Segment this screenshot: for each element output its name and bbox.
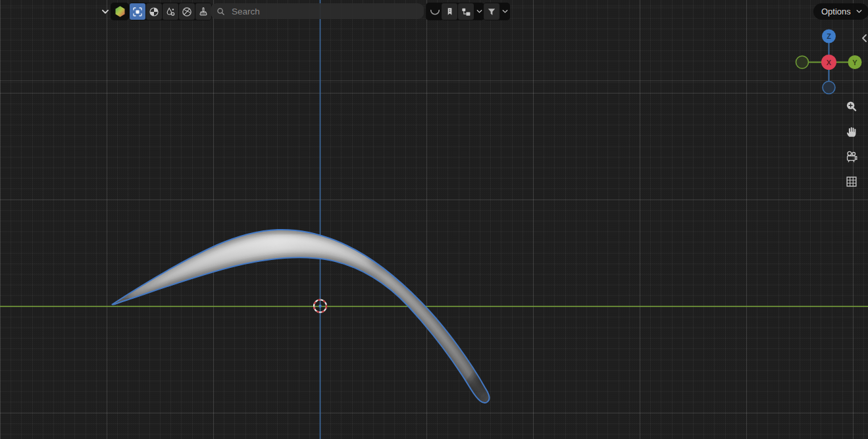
brush-tool-icon [197,6,209,18]
select-box-tool[interactable] [130,3,145,20]
header-collapse-button[interactable] [99,5,112,18]
crescent-mesh-object[interactable] [113,230,498,409]
gizmo-y-negative-ball[interactable] [796,56,809,68]
viewport-canvas[interactable] [0,0,868,439]
zoom-button[interactable] [843,98,860,115]
curve-falloff-icon [428,5,442,18]
filter-button[interactable] [484,3,499,20]
select-box-tool-icon [132,6,143,18]
hierarchy-dropdown[interactable] [474,3,484,20]
camera-view-button[interactable] [843,148,860,165]
mode-selector-button[interactable] [111,3,128,20]
droplets-tool-icon [165,6,176,18]
chevron-down-icon [476,8,483,15]
gizmo-y-label: Y [852,59,857,66]
gizmo-z-label: Z [827,32,831,40]
orthographic-toggle-button[interactable] [843,173,860,190]
chevron-down-icon [101,7,110,16]
globe-tool-icon [181,6,193,18]
options-label: Options [821,7,851,16]
camera-view-icon [844,149,859,164]
contrast-circle-tool-icon [148,6,160,18]
filter-group [483,3,510,20]
search-icon [216,7,226,16]
contrast-circle-tool[interactable] [146,3,162,20]
globe-tool[interactable] [179,3,195,20]
pan-hand-icon [844,124,859,139]
axis-gizmo[interactable]: Z Y X [790,26,868,99]
gizmo-x-label: X [827,59,832,66]
droplets-tool[interactable] [163,3,178,20]
gizmo-z-negative-ball[interactable] [823,82,835,94]
annotation-group [441,3,484,20]
search-input[interactable] [230,6,419,17]
3d-viewport[interactable]: Options Z Y X [0,0,868,439]
bookmark-button[interactable] [442,3,457,20]
chevron-down-icon [501,8,509,15]
options-button[interactable]: Options [813,3,868,20]
filter-funnel-icon [486,6,498,18]
grid-ortho-icon [844,174,859,189]
hierarchy-button[interactable] [458,3,474,20]
zoom-in-icon [844,99,859,114]
bookmark-icon [444,6,455,17]
brush-tool[interactable] [195,3,211,20]
weight-paint-mode-icon [113,5,127,18]
search-bar[interactable] [211,3,424,19]
hierarchy-icon [460,6,472,18]
pan-button[interactable] [843,123,860,140]
filter-dropdown[interactable] [500,3,509,20]
chevron-down-icon [855,8,863,15]
tool-group [129,3,212,20]
